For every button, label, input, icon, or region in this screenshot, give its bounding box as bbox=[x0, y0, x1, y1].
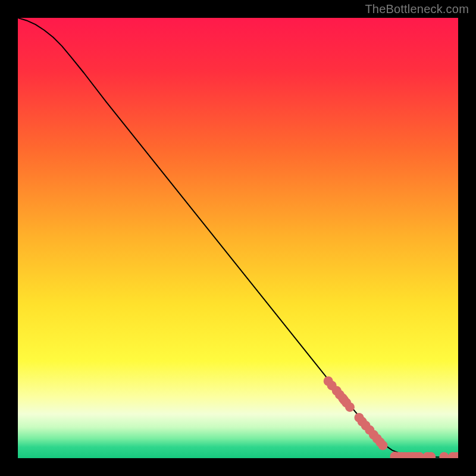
root: TheBottleneck.com bbox=[0, 0, 476, 476]
watermark-text: TheBottleneck.com bbox=[365, 2, 469, 16]
scatter-point bbox=[345, 402, 355, 412]
scatter-point bbox=[378, 441, 387, 450]
gradient-background bbox=[18, 18, 458, 458]
plot-svg bbox=[18, 18, 458, 458]
plot-area bbox=[18, 18, 458, 458]
